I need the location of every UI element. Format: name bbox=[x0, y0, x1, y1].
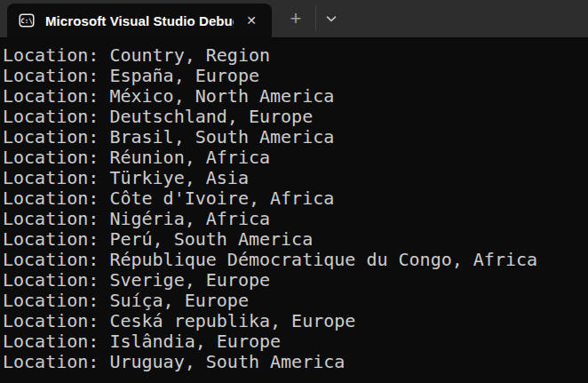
tab-debug-console[interactable]: C:\ Microsoft Visual Studio Debug ✕ bbox=[7, 4, 272, 37]
terminal-line: Location: Türkiye, Asia bbox=[3, 168, 588, 188]
tab-bar: C:\ Microsoft Visual Studio Debug ✕ + bbox=[0, 0, 588, 37]
terminal-line: Location: République Démocratique du Con… bbox=[3, 250, 588, 270]
chevron-down-icon bbox=[326, 16, 337, 22]
terminal-line: Location: Islândia, Europe bbox=[3, 331, 588, 352]
terminal-line: Location: España, Europe bbox=[3, 66, 588, 86]
close-tab-icon[interactable]: ✕ bbox=[240, 9, 263, 32]
new-tab-button[interactable]: + bbox=[280, 4, 312, 33]
tab-title: Microsoft Visual Studio Debug bbox=[45, 13, 234, 28]
svg-text:C:\: C:\ bbox=[20, 17, 33, 25]
terminal-line: Location: Ceská republika, Europe bbox=[3, 311, 588, 331]
terminal-line: Location: Côte d'Ivoire, Africa bbox=[3, 188, 588, 209]
terminal-line: Location: Suíça, Europe bbox=[3, 291, 588, 311]
terminal-line: Location: México, North America bbox=[3, 86, 588, 107]
terminal-line: Location: Perú, South America bbox=[3, 229, 588, 250]
terminal-line: Location: Nigéria, Africa bbox=[3, 209, 588, 229]
terminal-line: Location: Uruguay, South America bbox=[3, 352, 588, 372]
terminal-line: Location: Deutschland, Europe bbox=[3, 107, 588, 127]
terminal-line: Location: Country, Region bbox=[3, 45, 588, 66]
terminal-line: Location: Sverige, Europe bbox=[3, 270, 588, 291]
terminal-line: Location: Brasil, South America bbox=[3, 127, 588, 148]
tab-dropdown-button[interactable] bbox=[316, 4, 346, 33]
terminal-line: Location: Réunion, Africa bbox=[3, 148, 588, 168]
command-prompt-icon: C:\ bbox=[19, 12, 35, 28]
terminal-output[interactable]: Location: Country, RegionLocation: Españ… bbox=[0, 37, 588, 383]
